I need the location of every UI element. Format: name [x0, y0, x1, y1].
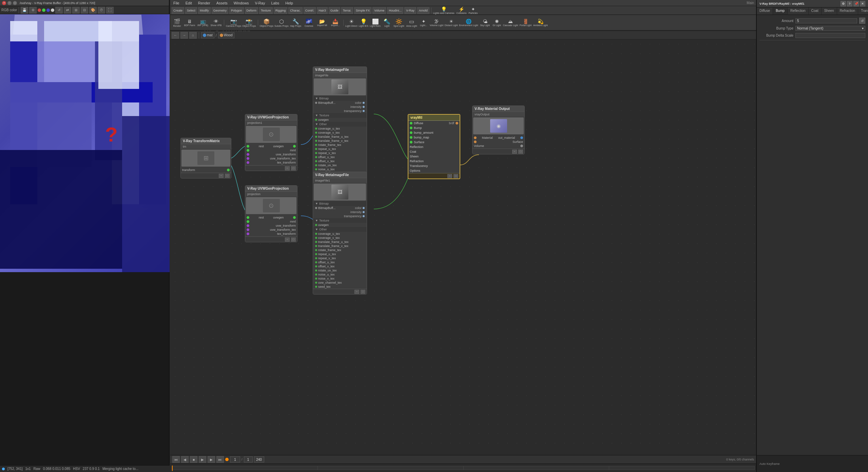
environment-light-btn[interactable]: 🌐 Environment Light: [459, 19, 478, 26]
sky-light-btn[interactable]: 🌤 Sky Light: [479, 19, 491, 26]
contrl-btn[interactable]: Contrl.: [304, 7, 316, 14]
img1-bitmap-toggle[interactable]: ▼: [315, 97, 318, 100]
bump-type-dropdown[interactable]: Normal (Tangent) ▾: [795, 26, 865, 31]
wood-tab[interactable]: Wood: [218, 32, 234, 38]
bump-delta-input[interactable]: [795, 33, 865, 38]
menu-windows[interactable]: Windows: [233, 1, 250, 5]
spot-light-btn[interactable]: 🔆 Spot Light: [393, 18, 405, 27]
import-btn[interactable]: 📥 Import...: [329, 19, 342, 26]
vraymtl-mini-2[interactable]: □: [454, 174, 458, 178]
settings-icon-btn[interactable]: ⚙: [29, 7, 37, 14]
object-props-btn[interactable]: 📦 Object Props: [260, 18, 273, 27]
node-imagefile2[interactable]: V-Ray MetaImageFile imageFile1 🖼 ▼ Bitma…: [313, 172, 367, 295]
volume-light-btn[interactable]: 🌫 Volume Light: [430, 19, 443, 26]
rpanel-help-btn[interactable]: ?: [847, 1, 852, 6]
amount-reset-btn[interactable]: ↺: [859, 18, 865, 24]
light-rect-btn[interactable]: ⬜ Light Rect.: [370, 18, 381, 27]
tab-translucency[interactable]: Translucency: [858, 7, 868, 15]
node-projection2[interactable]: V-Ray UVWGenProjection projection ⊙ rest…: [245, 185, 297, 242]
camera-props-btn[interactable]: 📷 Camera Props: [226, 18, 241, 27]
prev-frame-btn[interactable]: ◀: [181, 456, 189, 463]
grid-icon-btn[interactable]: ⊟: [81, 7, 88, 14]
img1-other-toggle[interactable]: ▼: [315, 122, 318, 126]
light-direct-btn[interactable]: ☀ Light Direct: [345, 18, 358, 27]
menu-assets[interactable]: Assets: [215, 1, 229, 5]
node-proj2-mini-1[interactable]: −: [285, 238, 290, 242]
node-proj2-mini-2[interactable]: □: [291, 238, 296, 242]
alpha-channel-btn[interactable]: [51, 8, 54, 12]
blue-channel-btn[interactable]: [46, 8, 50, 12]
amount-input[interactable]: [795, 18, 857, 23]
vray-shelf-btn[interactable]: V-Ray: [404, 7, 416, 14]
menu-render[interactable]: Render: [197, 1, 211, 5]
node-projection1[interactable]: V-Ray UVWGenProjection projection1 ⊙ res…: [245, 114, 297, 171]
charac-btn[interactable]: Charac.: [288, 7, 303, 14]
tab-sheen[interactable]: Sheen: [822, 7, 837, 15]
guide-btn[interactable]: Guide: [329, 7, 340, 14]
vraymtl-mini-1[interactable]: −: [447, 174, 452, 178]
tab-refraction[interactable]: Refraction: [837, 7, 859, 15]
node-output-mini-2[interactable]: □: [518, 150, 523, 154]
next-frame-btn[interactable]: ▶: [208, 456, 215, 463]
menu-vray[interactable]: V-Ray: [254, 1, 266, 5]
node-tool-1[interactable]: ←: [172, 32, 179, 39]
portal-light-btn[interactable]: 🚪 Portal Light: [519, 19, 532, 26]
distant-light-btn[interactable]: ☀ Distant Light: [444, 19, 458, 26]
img2-texture-toggle[interactable]: ▼: [315, 219, 318, 222]
hap-props-btn[interactable]: 🔧 Hap Props: [290, 18, 302, 27]
terrai-btn[interactable]: Terrai.: [341, 7, 353, 14]
area-light-btn[interactable]: ▭ Area Light: [406, 18, 418, 27]
node-material-output[interactable]: V-Ray Material Output vrayOutput ◉ Mater…: [472, 106, 525, 154]
frame-end[interactable]: [254, 456, 264, 462]
maximize-button[interactable]: □: [13, 1, 17, 5]
modify-btn[interactable]: Modify: [198, 7, 211, 14]
skip-end-btn[interactable]: ⏭: [216, 456, 224, 463]
cosmos-btn[interactable]: 🌌 Cosmos: [303, 18, 315, 27]
frame-start[interactable]: [244, 456, 253, 462]
node-transform-mini-1[interactable]: −: [219, 174, 224, 178]
volume-btn[interactable]: Volume: [372, 7, 386, 14]
tab-reflection[interactable]: Reflection: [788, 7, 808, 15]
tab-diffuse[interactable]: Diffuse: [757, 7, 773, 15]
bdp-farm-btn[interactable]: 🖥 BDP Farm: [184, 19, 196, 26]
select-btn[interactable]: Select: [185, 7, 197, 14]
particles-btn[interactable]: ✦ Particles: [468, 6, 478, 14]
red-channel-btn[interactable]: [38, 8, 41, 12]
simplefx-btn[interactable]: Simple FX: [354, 7, 372, 14]
flip-icon-btn[interactable]: ⇄: [64, 7, 71, 14]
node-output-mini-1[interactable]: −: [512, 150, 517, 154]
img1-texture-toggle[interactable]: ▼: [315, 114, 318, 117]
rpanel-settings-btn[interactable]: ⚙: [841, 1, 846, 6]
stop-btn[interactable]: ■: [190, 456, 197, 463]
node-img2-mini-2[interactable]: □: [361, 290, 365, 294]
light-btn[interactable]: 🔦 Light: [382, 18, 392, 27]
arnold-btn[interactable]: Arnold: [417, 7, 429, 14]
rpanel-close-btn[interactable]: ✕: [860, 1, 865, 6]
rpanel-pin-btn[interactable]: 📌: [853, 1, 859, 6]
menu-edit[interactable]: Edit: [185, 1, 193, 5]
light-ies-btn[interactable]: 💡 Light IES: [359, 18, 369, 27]
subdiv-props-btn[interactable]: ⬡ Subdiv Props: [274, 18, 289, 27]
save-icon-btn[interactable]: 💾: [21, 7, 28, 14]
menu-help[interactable]: Help: [284, 1, 294, 5]
node-imagefile1[interactable]: V-Ray MetaImageFile imageFile 🖼 ▼ Bitmap…: [313, 67, 367, 189]
close-button[interactable]: ✕: [2, 1, 6, 5]
menu-file[interactable]: File: [172, 1, 180, 5]
show-vfb-btn[interactable]: 👁 Show VFB: [210, 19, 222, 26]
color-icon-btn[interactable]: 🎨: [89, 7, 97, 14]
history-icon-btn[interactable]: ⏱: [98, 7, 105, 14]
node-img2-mini-1[interactable]: −: [354, 290, 359, 294]
node-transform-matrix[interactable]: V-Ray TransformMatrix tm ⊞ transform − □: [180, 138, 231, 178]
texture-btn[interactable]: Texture: [259, 7, 273, 14]
import-mi-btn[interactable]: 📂 Import MI: [316, 19, 328, 26]
render-shelf-btn[interactable]: 🎬 Render: [172, 18, 182, 27]
record-btn[interactable]: [225, 458, 229, 461]
minimize-button[interactable]: −: [7, 1, 12, 5]
zoom-icon-btn[interactable]: ⊞: [72, 7, 80, 14]
create-btn[interactable]: Create: [172, 7, 184, 14]
tab-bump[interactable]: Bump: [773, 7, 788, 15]
cascade-light-btn[interactable]: ⛰ Cascade Light: [503, 19, 518, 26]
irp-vfb-btn[interactable]: 📺 IRP (VFB): [197, 19, 209, 26]
play-btn[interactable]: ▶: [199, 456, 206, 463]
skip-start-btn[interactable]: ⏮: [172, 456, 180, 463]
